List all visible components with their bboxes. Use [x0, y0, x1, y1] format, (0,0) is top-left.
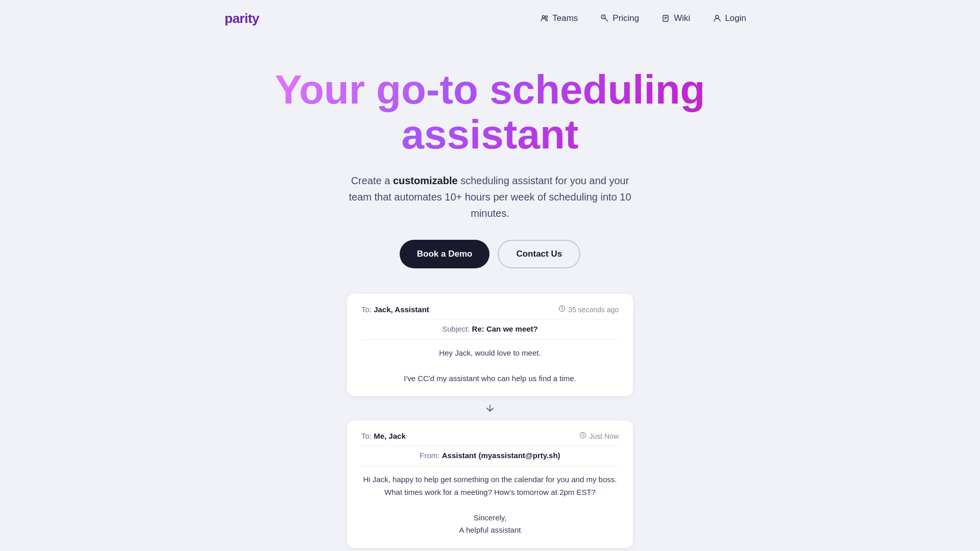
email-body-2: Hi Jack, happy to help get something on …: [361, 473, 619, 537]
hero-title: Your go-to scheduling assistant: [260, 67, 720, 157]
hero-section: Your go-to scheduling assistant Create a…: [0, 37, 980, 551]
email-from-value-2: Assistant (myassistant@prty.sh): [442, 451, 560, 460]
email-subject-value-1: Re: Can we meet?: [472, 324, 538, 333]
email-time-value-2: Just Now: [589, 432, 619, 440]
book-icon: [662, 14, 671, 23]
book-demo-button[interactable]: Book a Demo: [400, 240, 490, 268]
svg-point-3: [603, 16, 604, 17]
email-demo: To: Jack, Assistant 35 seconds ago Subje…: [347, 294, 633, 548]
nav-pricing-label: Pricing: [612, 13, 639, 23]
email-sign-2: A helpful assistant: [361, 524, 619, 537]
email-header-1: To: Jack, Assistant 35 seconds ago: [361, 305, 619, 319]
clock-icon-1: [558, 305, 566, 314]
contact-us-button[interactable]: Contact Us: [498, 240, 580, 268]
email-to-value-2: Me, Jack: [374, 432, 406, 440]
nav-wiki-label: Wiki: [674, 13, 690, 23]
nav-links: Teams Pricing Wiki: [531, 9, 755, 28]
logo[interactable]: parity: [225, 11, 259, 27]
clock-icon-2: [579, 432, 586, 440]
email-time-value-1: 35 seconds ago: [568, 306, 619, 314]
email-time-2: Just Now: [579, 432, 619, 440]
svg-point-1: [546, 16, 548, 18]
users-icon: [540, 14, 549, 23]
person-icon: [713, 14, 722, 23]
tag-icon: [600, 14, 609, 23]
email-to-1: To: Jack, Assistant: [361, 305, 429, 314]
email-body-line-1-2: Hi Jack, happy to help get something on …: [361, 473, 619, 486]
hero-sub-pre: Create a: [351, 175, 393, 186]
email-body-line-2: I've CC'd my assistant who can help us f…: [361, 372, 619, 385]
email-header-2: To: Me, Jack Just Now: [361, 432, 619, 446]
navbar: parity Teams Pricing: [0, 0, 980, 37]
email-body-line-1: Hey Jack, would love to meet.: [361, 347, 619, 360]
email-card-1: To: Jack, Assistant 35 seconds ago Subje…: [347, 294, 633, 396]
nav-link-wiki[interactable]: Wiki: [652, 9, 699, 28]
email-card-2: To: Me, Jack Just Now From: Assistant (m…: [347, 420, 633, 548]
email-time-1: 35 seconds ago: [558, 305, 619, 314]
email-body-line-2-2: What times work for a meeting? How's tom…: [361, 486, 619, 499]
nav-link-pricing[interactable]: Pricing: [591, 9, 648, 28]
hero-subtitle: Create a customizable scheduling assista…: [342, 172, 638, 221]
hero-buttons: Book a Demo Contact Us: [10, 240, 970, 268]
nav-link-teams[interactable]: Teams: [531, 9, 587, 28]
svg-rect-4: [663, 15, 668, 21]
arrow-down-divider: [347, 396, 633, 420]
email-sign-1: Sincerely,: [361, 512, 619, 524]
email-subject-1: Subject: Re: Can we meet?: [361, 324, 619, 340]
nav-login-label: Login: [725, 13, 746, 23]
hero-sub-bold: customizable: [393, 175, 458, 186]
email-to-2: To: Me, Jack: [361, 432, 406, 440]
email-to-value-1: Jack, Assistant: [374, 305, 429, 314]
nav-link-login[interactable]: Login: [703, 9, 755, 28]
email-from-2: From: Assistant (myassistant@prty.sh): [361, 451, 619, 466]
email-body-1: Hey Jack, would love to meet. I've CC'd …: [361, 347, 619, 385]
svg-point-5: [716, 15, 719, 18]
svg-point-0: [543, 16, 545, 18]
nav-teams-label: Teams: [552, 13, 578, 23]
